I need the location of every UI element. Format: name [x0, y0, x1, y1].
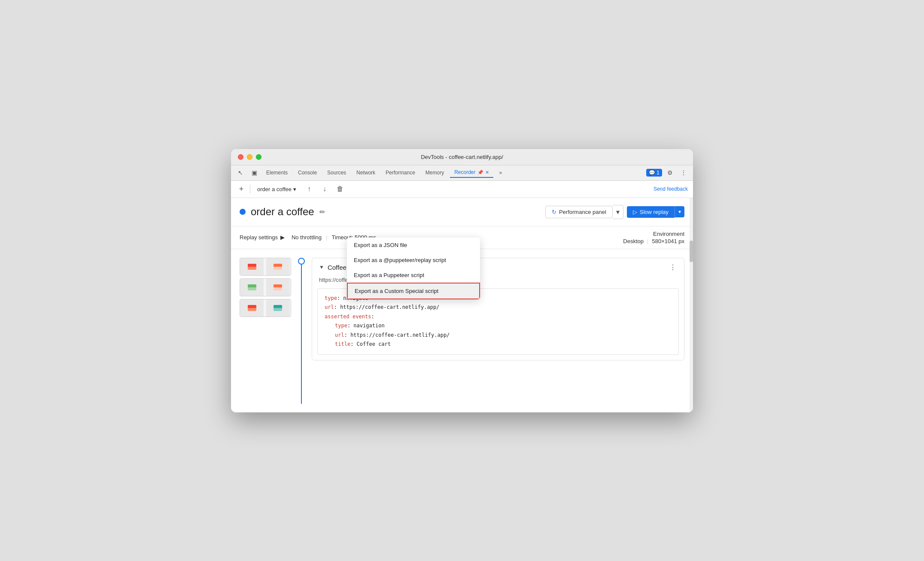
timeline-node — [298, 258, 305, 265]
timeline-line — [301, 265, 302, 404]
tab-memory[interactable]: Memory — [421, 168, 448, 177]
maximize-button[interactable] — [256, 154, 261, 160]
thumb-5 — [240, 299, 264, 317]
env-separator: | — [647, 238, 648, 244]
thumb-3 — [240, 279, 264, 296]
recording-dot — [240, 209, 246, 215]
mini-cup-2 — [274, 264, 282, 270]
recorder-close-icon[interactable]: ✕ — [485, 170, 489, 175]
pin-icon: 📌 — [477, 170, 483, 175]
recording-selector-label: order a coffee — [257, 186, 292, 192]
export-custom-item[interactable]: Export as a Custom Special script — [347, 283, 480, 299]
mini-cup-4 — [274, 284, 282, 290]
refresh-icon: ↻ — [552, 209, 556, 215]
code-asserted-type: type: navigation — [325, 321, 672, 331]
export-json-label: Export as a JSON file — [354, 242, 407, 248]
no-throttling-label: No throttling — [292, 234, 322, 241]
devtools-right: 💬 1 ⚙ ⋮ — [646, 167, 690, 179]
devtools-window: DevTools - coffee-cart.netlify.app/ ↖ ▣ … — [231, 149, 693, 412]
code-url-line: url: https://coffee-cart.netlify.app/ — [325, 304, 439, 310]
tab-network[interactable]: Network — [352, 168, 380, 177]
resolution-label: 580×1041 px — [652, 238, 684, 244]
close-button[interactable] — [238, 154, 243, 160]
scrollbar-thumb[interactable] — [690, 241, 693, 262]
slow-replay-button[interactable]: ▷ Slow replay — [627, 206, 675, 218]
replay-settings-label: Replay settings — [240, 234, 278, 241]
export-puppeteer-label: Export as a Puppeteer script — [354, 272, 424, 278]
recording-selector[interactable]: order a coffee ▾ — [254, 184, 300, 194]
step-more-button[interactable]: ⋮ — [669, 263, 677, 271]
export-puppeteer-item[interactable]: Export as a Puppeteer script — [347, 268, 480, 283]
tab-recorder[interactable]: Recorder 📌 ✕ — [450, 168, 493, 178]
toolbar-divider — [250, 185, 250, 193]
settings-separator: | — [322, 234, 331, 241]
timeline-column — [298, 258, 305, 404]
thumbnail-grid-2 — [240, 278, 291, 296]
delete-button[interactable]: 🗑 — [334, 183, 346, 195]
titlebar: DevTools - coffee-cart.netlify.app/ — [231, 149, 693, 165]
devtools-tabs-bar: ↖ ▣ Elements Console Sources Network Per… — [231, 165, 693, 181]
thumb-2 — [266, 258, 290, 275]
export-puppeteer-replay-label: Export as a @puppeteer/replay script — [354, 257, 446, 263]
toolbar-actions: ↑ ↓ 🗑 — [303, 183, 346, 195]
thumb-1 — [240, 258, 264, 275]
export-custom-label: Export as a Custom Special script — [355, 288, 438, 294]
tab-more[interactable]: » — [495, 168, 507, 177]
tab-elements[interactable]: Elements — [262, 168, 292, 177]
export-puppeteer-replay-item[interactable]: Export as a @puppeteer/replay script — [347, 253, 480, 268]
tab-recorder-label: Recorder — [454, 169, 475, 175]
desktop-label: Desktop — [623, 238, 644, 244]
environment-label: Environment — [623, 231, 684, 237]
code-asserted-url: url: https://coffee-cart.netlify.app/ — [325, 331, 672, 340]
play-icon: ▷ — [633, 209, 637, 215]
more-icon[interactable]: ⋮ — [678, 167, 690, 179]
download-button[interactable]: ↓ — [319, 183, 331, 195]
export-dropdown-menu: Export as a JSON file Export as a @puppe… — [347, 238, 480, 299]
mini-cup-6 — [274, 305, 282, 311]
send-feedback-link[interactable]: Send feedback — [653, 186, 688, 192]
thumb-6 — [266, 299, 290, 317]
thumbnail-panel — [240, 258, 291, 404]
thumbnail-grid-1 — [240, 258, 291, 276]
screenshot-icon[interactable]: ▣ — [248, 167, 260, 179]
code-asserted-title: title: Coffee cart — [325, 340, 672, 349]
window-title: DevTools - coffee-cart.netlify.app/ — [238, 154, 686, 160]
thumbnail-grid-3 — [240, 299, 291, 317]
content-area: order a coffee ✏ ↻ Performance panel ▾ ▷… — [231, 198, 693, 412]
step-collapse-arrow[interactable]: ▼ — [319, 264, 324, 270]
chat-icon: 💬 — [649, 170, 655, 176]
export-json-item[interactable]: Export as a JSON file — [347, 238, 480, 253]
code-asserted-key: asserted events — [325, 314, 371, 320]
scrollbar[interactable] — [690, 198, 693, 412]
slow-replay-label: Slow replay — [640, 209, 669, 215]
performance-panel-button[interactable]: ↻ Performance panel — [545, 206, 613, 218]
environment-section: Environment Desktop | 580×1041 px — [623, 231, 684, 244]
environment-values: Desktop | 580×1041 px — [623, 238, 684, 244]
recorder-toolbar: + order a coffee ▾ ↑ ↓ 🗑 Send feedback — [231, 181, 693, 198]
mini-cup-1 — [248, 264, 256, 270]
tab-sources[interactable]: Sources — [323, 168, 350, 177]
settings-icon[interactable]: ⚙ — [664, 167, 676, 179]
chat-badge[interactable]: 💬 1 — [646, 169, 662, 177]
header-actions: ↻ Performance panel ▾ ▷ Slow replay ▾ — [545, 205, 684, 219]
tab-performance[interactable]: Performance — [381, 168, 419, 177]
perf-panel-dropdown[interactable]: ▾ — [613, 205, 623, 219]
slow-replay-dropdown[interactable]: ▾ — [675, 206, 684, 217]
edit-title-icon[interactable]: ✏ — [319, 208, 325, 216]
recording-header: order a coffee ✏ ↻ Performance panel ▾ ▷… — [231, 198, 693, 226]
perf-panel-label: Performance panel — [559, 209, 606, 215]
mini-cup-3 — [248, 284, 256, 290]
replay-settings-toggle[interactable]: Replay settings ▶ — [240, 234, 285, 241]
add-recording-button[interactable]: + — [236, 185, 246, 194]
chevron-down-icon: ▾ — [293, 186, 296, 192]
tab-console[interactable]: Console — [294, 168, 321, 177]
minimize-button[interactable] — [247, 154, 252, 160]
traffic-lights — [238, 154, 261, 160]
chat-count: 1 — [657, 170, 660, 176]
thumb-4 — [266, 279, 290, 296]
mini-cup-5 — [248, 305, 256, 311]
recording-title: order a coffee — [251, 206, 314, 218]
replay-settings-arrow: ▶ — [280, 234, 285, 241]
cursor-icon[interactable]: ↖ — [234, 167, 246, 179]
upload-button[interactable]: ↑ — [303, 183, 315, 195]
